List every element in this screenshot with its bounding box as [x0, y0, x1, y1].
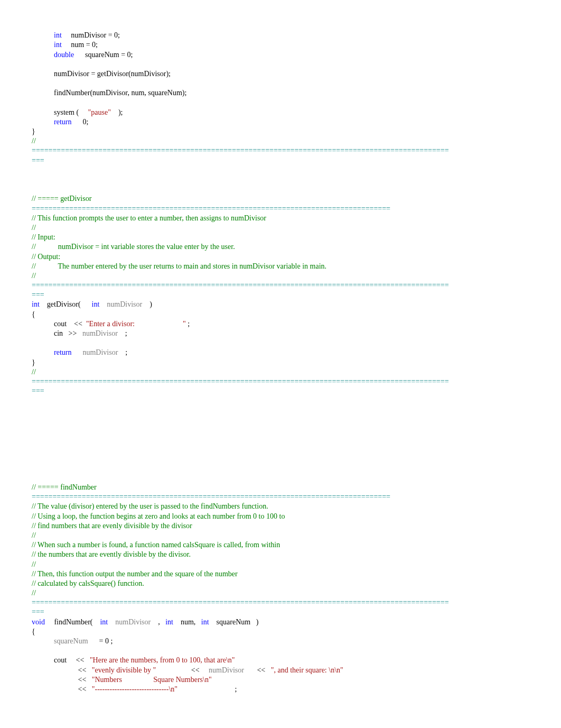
code-block: int numDivisor = 0; int num = 0; double … — [32, 21, 529, 694]
